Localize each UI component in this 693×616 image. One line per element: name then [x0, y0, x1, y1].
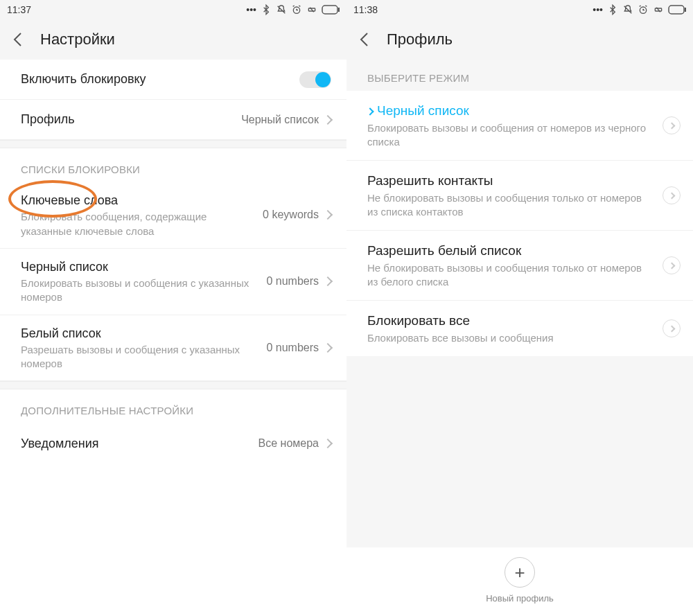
- page-title: Настройки: [40, 30, 115, 49]
- status-time: 11:37: [7, 4, 31, 15]
- dnd-icon: [306, 4, 317, 15]
- screenshot-settings: 11:37 ••• Настройки Включить блокировку …: [0, 0, 346, 616]
- dots-icon: •••: [246, 4, 256, 15]
- row-whitelist[interactable]: Белый список Разрешать вызовы и сообщени…: [0, 315, 346, 382]
- blacklist-sub: Блокировать вызовы и сообщения с указанн…: [21, 276, 259, 305]
- notifications-title: Уведомления: [21, 435, 252, 452]
- enable-block-label: Включить блокировку: [21, 71, 292, 87]
- whitelist-value: 0 numbers: [266, 342, 319, 354]
- mode-detail-icon[interactable]: [663, 256, 681, 274]
- profile-label: Профиль: [21, 111, 234, 127]
- mode-block-all[interactable]: Блокировать все Блокировать все вызовы и…: [346, 301, 693, 356]
- chevron-right-icon: [324, 344, 331, 351]
- empty-space: [346, 356, 693, 547]
- mode-sub: Блокировать вызовы и сообщения от номеро…: [367, 121, 655, 150]
- new-profile-label: Новый профиль: [486, 593, 554, 604]
- bluetooth-icon: [607, 4, 618, 15]
- mode-allow-contacts[interactable]: Разрешить контакты Не блокировать вызовы…: [346, 161, 693, 231]
- svg-rect-7: [685, 8, 686, 12]
- chevron-right-icon: [324, 116, 331, 123]
- mode-detail-icon[interactable]: [663, 116, 681, 134]
- profile-content: ВЫБЕРИТЕ РЕЖИМ Черный список Блокировать…: [346, 60, 693, 616]
- notifications-value: Все номера: [258, 437, 319, 450]
- section-block-lists: СПИСКИ БЛОКИРОВКИ: [0, 148, 346, 182]
- whitelist-sub: Разрешать вызовы и сообщения с указанных…: [21, 343, 259, 371]
- alarm-icon: [638, 4, 649, 15]
- mode-allow-whitelist[interactable]: Разрешить белый список Не блокировать вы…: [346, 231, 693, 301]
- keywords-title: Ключевые слова: [21, 192, 256, 209]
- back-icon[interactable]: [12, 32, 28, 47]
- settings-content: Включить блокировку Профиль Черный списо…: [0, 60, 346, 616]
- mode-title: Разрешить белый список: [367, 242, 655, 260]
- screenshot-profile: 11:38 ••• Профиль ВЫБЕРИТЕ РЕЖИМ Черный …: [346, 0, 693, 616]
- svg-rect-6: [669, 6, 684, 14]
- svg-rect-2: [322, 6, 337, 14]
- section-gap: [0, 381, 346, 389]
- profile-value: Черный список: [241, 114, 319, 126]
- section-extra: ДОПОЛНИТЕЛЬНЫЕ НАСТРОЙКИ: [0, 389, 346, 423]
- alarm-icon: [291, 4, 302, 15]
- section-select-mode: ВЫБЕРИТЕ РЕЖИМ: [346, 60, 693, 91]
- whitelist-title: Белый список: [21, 325, 259, 342]
- mode-sub: Не блокировать вызовы и сообщения только…: [367, 191, 655, 220]
- keywords-sub: Блокировать сообщения, содержащие указан…: [21, 210, 256, 238]
- status-icons: •••: [593, 4, 686, 15]
- chevron-right-icon: [324, 211, 331, 218]
- mode-title: Черный список: [377, 103, 469, 118]
- status-time: 11:38: [353, 4, 378, 15]
- mute-icon: [276, 4, 287, 15]
- chevron-right-icon: [324, 278, 331, 285]
- dnd-icon: [653, 4, 664, 15]
- blacklist-value: 0 numbers: [266, 275, 319, 288]
- battery-icon: [668, 5, 686, 15]
- mode-sub: Блокировать все вызовы и сообщения: [367, 331, 655, 345]
- chevron-right-icon: [324, 440, 331, 447]
- page-title: Профиль: [387, 30, 453, 49]
- dots-icon: •••: [593, 4, 603, 15]
- keywords-value: 0 keywords: [263, 209, 319, 221]
- new-profile-button[interactable]: + Новый профиль: [346, 547, 693, 616]
- status-bar: 11:38 •••: [346, 0, 693, 19]
- page-header: Настройки: [0, 19, 346, 60]
- row-enable-block[interactable]: Включить блокировку: [0, 60, 346, 100]
- status-bar: 11:37 •••: [0, 0, 346, 19]
- row-profile[interactable]: Профиль Черный список: [0, 100, 346, 140]
- blacklist-title: Черный список: [21, 258, 259, 275]
- enable-block-toggle[interactable]: [299, 71, 331, 88]
- mode-title: Разрешить контакты: [367, 172, 655, 190]
- mute-icon: [622, 4, 633, 15]
- mode-blacklist[interactable]: Черный список Блокировать вызовы и сообщ…: [346, 91, 693, 161]
- svg-rect-3: [338, 8, 340, 12]
- mode-title: Блокировать все: [367, 312, 655, 330]
- row-keywords[interactable]: Ключевые слова Блокировать сообщения, со…: [0, 182, 346, 249]
- battery-icon: [322, 5, 340, 15]
- mode-sub: Не блокировать вызовы и сообщения только…: [367, 261, 655, 290]
- section-gap: [0, 140, 346, 148]
- row-blacklist[interactable]: Черный список Блокировать вызовы и сообщ…: [0, 249, 346, 315]
- row-notifications[interactable]: Уведомления Все номера: [0, 423, 346, 464]
- status-icons: •••: [246, 4, 340, 15]
- chevron-right-icon: [366, 107, 374, 115]
- page-header: Профиль: [346, 19, 693, 60]
- plus-icon: +: [505, 557, 535, 588]
- mode-detail-icon[interactable]: [663, 186, 681, 204]
- mode-detail-icon[interactable]: [663, 319, 681, 337]
- back-icon[interactable]: [359, 32, 374, 47]
- bluetooth-icon: [261, 4, 272, 15]
